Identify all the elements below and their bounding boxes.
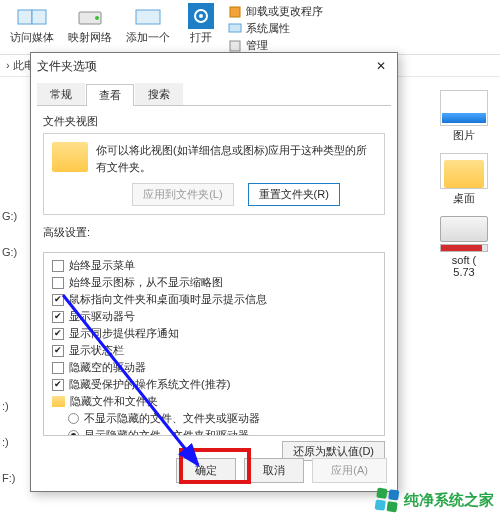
checkbox-icon xyxy=(52,260,64,272)
pictures-icon xyxy=(440,90,488,126)
close-icon: ✕ xyxy=(376,59,386,73)
svg-point-3 xyxy=(95,16,99,20)
close-button[interactable]: ✕ xyxy=(371,57,391,75)
tree-node[interactable]: 不显示隐藏的文件、文件夹或驱动器 xyxy=(46,410,382,427)
tab-search[interactable]: 搜索 xyxy=(135,83,183,105)
checkbox-icon xyxy=(52,294,64,306)
manage-label: 管理 xyxy=(246,38,268,53)
folder-icon xyxy=(52,142,88,172)
tree-node[interactable]: 显示同步提供程序通知 xyxy=(46,325,382,342)
tree-node-label: 显示驱动器号 xyxy=(69,308,135,325)
uninstall-link[interactable]: 卸载或更改程序 xyxy=(228,4,323,19)
tree-node-label: 隐藏文件和文件夹 xyxy=(70,393,158,410)
tree-node[interactable]: 隐藏受保护的操作系统文件(推荐) xyxy=(46,376,382,393)
svg-rect-10 xyxy=(230,41,240,51)
pictures-folder[interactable]: 图片 xyxy=(434,90,494,143)
drive-label: :) xyxy=(2,400,15,412)
ribbon-label: 打开 xyxy=(190,30,212,45)
uninstall-icon xyxy=(228,5,242,19)
dialog-titlebar[interactable]: 文件夹选项 ✕ xyxy=(31,53,397,79)
system-props-link[interactable]: 系统属性 xyxy=(228,21,323,36)
drive-label: :) xyxy=(2,436,15,448)
drive-soft[interactable]: soft ( 5.73 xyxy=(434,216,494,278)
dialog-title-text: 文件夹选项 xyxy=(37,58,97,75)
file-label: soft ( xyxy=(452,254,476,266)
tree-node-label: 始终显示菜单 xyxy=(69,257,135,274)
svg-point-7 xyxy=(199,14,203,18)
ribbon-label: 访问媒体 xyxy=(10,30,54,45)
tree-node[interactable]: 隐藏空的驱动器 xyxy=(46,359,382,376)
tree-node[interactable]: 鼠标指向文件夹和桌面项时显示提示信息 xyxy=(46,291,382,308)
tree-node-label: 不显示隐藏的文件、文件夹或驱动器 xyxy=(84,410,260,427)
tree-node[interactable]: 显示状态栏 xyxy=(46,342,382,359)
ribbon-item-open[interactable]: 打开 xyxy=(180,0,222,47)
cancel-button[interactable]: 取消 xyxy=(244,458,304,483)
svg-rect-0 xyxy=(18,10,32,24)
reset-folders-button[interactable]: 重置文件夹(R) xyxy=(248,183,340,206)
checkbox-icon xyxy=(52,379,64,391)
tab-view[interactable]: 查看 xyxy=(86,84,134,106)
checkbox-icon xyxy=(52,277,64,289)
checkbox-icon xyxy=(52,345,64,357)
folder-icon xyxy=(440,153,488,189)
ribbon-item-add[interactable]: 添加一个 xyxy=(122,0,174,47)
file-label: 图片 xyxy=(453,128,475,143)
file-label: 桌面 xyxy=(453,191,475,206)
tree-node-label: 隐藏空的驱动器 xyxy=(69,359,146,376)
tab-strip: 常规 查看 搜索 xyxy=(37,83,391,106)
tree-node-label: 隐藏受保护的操作系统文件(推荐) xyxy=(69,376,230,393)
network-drive-icon xyxy=(73,2,107,30)
left-drive-labels: :) :) F:) xyxy=(2,400,15,484)
watermark-text: 纯净系统之家 xyxy=(404,491,494,510)
ribbon-item-media[interactable]: 访问媒体 xyxy=(6,0,58,47)
tree-node[interactable]: 显示驱动器号 xyxy=(46,308,382,325)
ribbon-item-map[interactable]: 映射网络 xyxy=(64,0,116,47)
tree-node[interactable]: 显示隐藏的文件、文件夹和驱动器 xyxy=(46,427,382,436)
left-drive-labels: G:) G:) xyxy=(2,210,17,258)
system-icon xyxy=(228,22,242,36)
uninstall-label: 卸载或更改程序 xyxy=(246,4,323,19)
manage-link[interactable]: 管理 xyxy=(228,38,323,53)
folder-options-dialog: 文件夹选项 ✕ 常规 查看 搜索 文件夹视图 你可以将此视图(如详细信息或图标)… xyxy=(30,52,398,492)
advanced-settings-tree[interactable]: 始终显示菜单始终显示图标，从不显示缩略图鼠标指向文件夹和桌面项时显示提示信息显示… xyxy=(43,252,385,436)
tree-node-label: 鼠标指向文件夹和桌面项时显示提示信息 xyxy=(69,291,267,308)
tree-node[interactable]: 始终显示图标，从不显示缩略图 xyxy=(46,274,382,291)
drive-size-label: 5.73 xyxy=(453,266,474,278)
dialog-footer: 确定 取消 应用(A) xyxy=(176,458,387,483)
svg-rect-9 xyxy=(229,24,241,32)
folder-views-label: 文件夹视图 xyxy=(43,114,385,129)
svg-rect-4 xyxy=(136,10,160,24)
add-location-icon xyxy=(131,2,165,30)
tree-node-label: 显示状态栏 xyxy=(69,342,124,359)
folder-icon xyxy=(52,396,65,407)
dialog-body: 文件夹视图 你可以将此视图(如详细信息或图标)应用于这种类型的所有文件夹。 应用… xyxy=(31,106,397,465)
radio-icon xyxy=(68,413,79,424)
media-icon xyxy=(15,2,49,30)
ribbon-right-group: 卸载或更改程序 系统属性 管理 xyxy=(228,0,323,53)
drive-label: G:) xyxy=(2,210,17,222)
watermark: 纯净系统之家 xyxy=(376,489,494,511)
folder-views-group: 你可以将此视图(如详细信息或图标)应用于这种类型的所有文件夹。 应用到文件夹(L… xyxy=(43,133,385,215)
drive-label: F:) xyxy=(2,472,15,484)
tree-node-label: 显示隐藏的文件、文件夹和驱动器 xyxy=(84,427,249,436)
desktop-folder[interactable]: 桌面 xyxy=(434,153,494,206)
apply-to-folders-button: 应用到文件夹(L) xyxy=(132,183,233,206)
apply-button: 应用(A) xyxy=(312,458,387,483)
tree-node-label: 始终显示图标，从不显示缩略图 xyxy=(69,274,223,291)
file-grid: 图片 桌面 soft ( 5.73 xyxy=(434,90,494,278)
tab-general[interactable]: 常规 xyxy=(37,83,85,105)
drive-icon xyxy=(440,216,488,242)
tree-node[interactable]: 隐藏文件和文件夹 xyxy=(46,393,382,410)
radio-icon xyxy=(68,430,79,436)
ribbon-label: 添加一个 xyxy=(126,30,170,45)
drive-usage-bar xyxy=(440,244,488,252)
tree-node[interactable]: 始终显示菜单 xyxy=(46,257,382,274)
folder-views-description: 你可以将此视图(如详细信息或图标)应用于这种类型的所有文件夹。 xyxy=(96,142,376,175)
ribbon-bar: 访问媒体 映射网络 添加一个 打开 卸载或更改程序 系统属性 管理 xyxy=(0,0,500,55)
ok-button[interactable]: 确定 xyxy=(176,458,236,483)
settings-icon xyxy=(184,2,218,30)
checkbox-icon xyxy=(52,328,64,340)
svg-rect-1 xyxy=(32,10,46,24)
watermark-logo-icon xyxy=(375,488,400,513)
manage-icon xyxy=(228,39,242,53)
